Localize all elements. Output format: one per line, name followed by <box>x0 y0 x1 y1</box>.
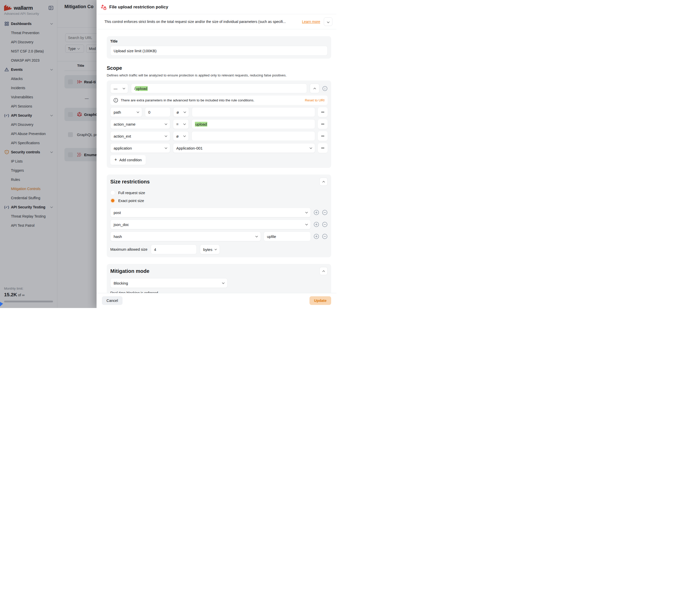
uri-condition-row: — /upload <box>110 83 327 93</box>
collapse-uri-button[interactable] <box>310 83 319 93</box>
param-name-input[interactable] <box>264 232 311 241</box>
chevron-down-icon <box>214 248 217 250</box>
remove-point-icon[interactable] <box>322 210 327 215</box>
uri-highlight: upload <box>135 86 148 91</box>
operator-select-value: ø <box>177 110 179 115</box>
full-request-size-option[interactable]: Full request size <box>110 189 327 197</box>
chevron-down-icon <box>183 123 186 125</box>
field-select-value: action_ext <box>114 134 131 138</box>
remove-condition-button[interactable] <box>318 107 327 117</box>
path-value-input[interactable] <box>192 107 315 117</box>
operator-select[interactable]: ø <box>173 107 189 117</box>
size-unit-select[interactable]: bytes <box>200 245 220 254</box>
size-restrictions-card: Size restrictions Full request size Exac… <box>107 175 331 257</box>
scope-heading: Scope <box>107 65 331 71</box>
mouse-cursor <box>0 302 3 306</box>
mitigation-mode-select[interactable]: Blocking <box>110 278 227 288</box>
chevron-up-icon <box>313 87 316 90</box>
maximum-size-row: Maximum allowed size bytes <box>110 245 327 254</box>
uri-input[interactable]: /upload <box>131 83 307 93</box>
plus-icon: + <box>115 157 117 163</box>
option-label: Full request size <box>118 191 145 195</box>
field-select[interactable]: path <box>110 107 142 117</box>
method-select[interactable]: — <box>110 83 128 93</box>
mitigation-mode-card: Mitigation mode Blocking Real-time block… <box>107 264 331 293</box>
collapse-size-section-button[interactable] <box>319 178 327 186</box>
chevron-down-icon <box>305 223 308 225</box>
radio-selected[interactable] <box>110 198 115 203</box>
point-selector-row: json_doc <box>110 220 327 229</box>
condition-row-action-name: action_name = upload <box>110 119 327 129</box>
add-point-icon[interactable] <box>313 222 319 227</box>
point-part-value: json_doc <box>114 222 129 227</box>
alert-circle-icon <box>114 98 118 103</box>
remove-point-icon[interactable] <box>322 234 327 239</box>
condition-row-path: path ø <box>110 107 327 117</box>
chevron-down-icon <box>165 135 167 137</box>
chevron-up-icon <box>322 181 325 183</box>
field-select[interactable]: action_ext <box>110 131 170 141</box>
cancel-button[interactable]: Cancel <box>102 296 123 305</box>
scope-card: — /upload There are extra parameters in … <box>107 80 331 168</box>
chevron-down-icon <box>165 123 167 125</box>
point-selector-row-hash: hash <box>110 232 327 241</box>
chevron-down-icon <box>255 235 258 237</box>
remove-condition-button[interactable] <box>318 131 327 141</box>
learn-more-link[interactable]: Learn more <box>302 20 320 24</box>
extra-parameters-notice: There are extra parameters in the advanc… <box>110 95 327 105</box>
remove-condition-button[interactable] <box>318 143 327 153</box>
mitigation-mode-note: Real-time blocking is enforced. <box>110 291 327 293</box>
operator-select-value: ø <box>176 134 179 138</box>
info-icon[interactable] <box>322 86 327 91</box>
chevron-down-icon <box>183 135 186 137</box>
point-part-select[interactable]: hash <box>110 232 261 241</box>
add-point-icon[interactable] <box>313 210 319 215</box>
drawer-description-row: This control enforces strict limits on t… <box>96 14 336 29</box>
option-label: Exact point size <box>118 199 144 203</box>
application-select[interactable]: Application-001 <box>173 143 315 153</box>
action-name-value-input[interactable]: upload <box>192 119 315 129</box>
add-point-icon[interactable] <box>313 234 319 239</box>
chevron-down-icon <box>305 211 308 213</box>
condition-row-action-ext: action_ext ø <box>110 131 327 141</box>
point-part-select[interactable]: json_doc <box>110 220 311 229</box>
operator-select[interactable]: ø <box>173 131 189 141</box>
drawer-header: File upload restriction policy <box>96 0 336 14</box>
radio-unselected[interactable] <box>110 190 115 195</box>
action-ext-value-input[interactable] <box>192 131 315 141</box>
expand-description-button[interactable] <box>324 17 332 26</box>
remove-point-icon[interactable] <box>322 222 327 227</box>
collapse-mode-section-button[interactable] <box>319 267 327 275</box>
point-part-value: post <box>114 210 121 215</box>
path-index-input[interactable] <box>145 107 170 117</box>
size-restrictions-heading: Size restrictions <box>110 179 150 185</box>
drawer-footer: Cancel Update <box>96 293 336 308</box>
operator-select-value: = <box>176 122 179 126</box>
drawer-title: File upload restriction policy <box>109 5 168 10</box>
field-select-value: action_name <box>114 122 136 126</box>
reset-to-uri-link[interactable]: Reset to URI <box>305 98 324 102</box>
update-button[interactable]: Update <box>309 296 331 305</box>
title-card: Title <box>107 36 331 58</box>
chevron-down-icon <box>222 281 225 284</box>
chevron-down-icon <box>123 87 125 89</box>
notice-text: There are extra parameters in the advanc… <box>121 98 302 102</box>
point-part-select[interactable]: post <box>110 208 311 217</box>
title-field-label: Title <box>110 39 327 43</box>
maximum-size-input[interactable] <box>151 245 197 254</box>
field-select-value: application <box>114 146 132 150</box>
field-select[interactable]: action_name <box>110 119 170 129</box>
scope-description: Defines which traffic will be analyzed t… <box>107 73 331 77</box>
add-condition-button[interactable]: + Add condition <box>110 155 146 165</box>
mitigation-mode-heading: Mitigation mode <box>110 268 149 274</box>
field-select[interactable]: application <box>110 143 170 153</box>
chevron-down-icon <box>327 20 329 23</box>
operator-select[interactable]: = <box>173 119 189 129</box>
policy-title-input[interactable] <box>110 46 327 55</box>
method-select-value: — <box>114 86 118 91</box>
mitigation-mode-value: Blocking <box>114 281 128 285</box>
remove-condition-button[interactable] <box>318 119 327 129</box>
chevron-down-icon <box>137 111 139 113</box>
drawer-description: This control enforces strict limits on t… <box>104 20 299 24</box>
exact-point-size-option[interactable]: Exact point size <box>110 197 327 205</box>
